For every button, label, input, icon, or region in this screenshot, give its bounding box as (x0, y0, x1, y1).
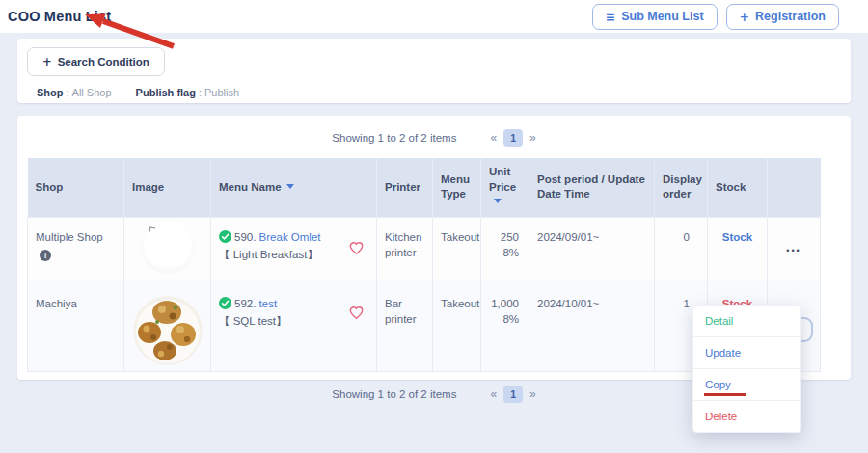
search-condition-button[interactable]: + Search Condition (27, 47, 165, 76)
cell-image (124, 217, 211, 280)
favorite-heart-icon[interactable] (348, 305, 365, 320)
cell-shop: Machiya (28, 280, 124, 371)
pagination-summary: Showing 1 to 2 of 2 items (332, 388, 456, 400)
copy-underline-annotation (704, 393, 746, 396)
menu-subtitle: 【 SQL test】 (219, 313, 343, 329)
registration-label: Registration (755, 10, 826, 24)
table-header-row: Shop Image Menu Name Printer Menu Type U… (28, 158, 821, 217)
cell-menu-name: 590. Break Omlet 【 Light Breakfast】 (211, 217, 377, 280)
plus-icon: + (740, 10, 749, 24)
cell-menu-type: Takeout (433, 280, 481, 371)
cell-display-order: 0 (655, 217, 708, 280)
tax-rate: 8% (489, 311, 519, 327)
pagination-next-button[interactable]: » (529, 387, 536, 401)
header-post-period: Post period / Update Date Time (529, 158, 655, 217)
header-image: Image (124, 158, 211, 217)
cell-menu-type: Takeout (433, 217, 481, 280)
sub-menu-list-label: Sub Menu List (621, 10, 703, 24)
sort-desc-icon[interactable] (494, 199, 502, 203)
cell-printer: Kitchen printer (377, 217, 433, 280)
price-value: 250 (489, 229, 519, 245)
cell-menu-name: 592. test 【 SQL test】 (211, 280, 377, 371)
header-shop: Shop (28, 158, 124, 217)
table-row: Multiple Shopi 590. Break Omlet 【 Light … (28, 217, 821, 280)
header-unit-price[interactable]: Unit Price (481, 158, 529, 217)
hamburger-icon: ≡ (606, 10, 615, 24)
top-bar: COO Menu List ≡ Sub Menu List + Registra… (0, 0, 868, 33)
cell-unit-price: 250 8% (481, 217, 529, 280)
cell-printer: Bar printer (377, 280, 433, 371)
menu-number: 592. (234, 298, 256, 309)
publish-flag-filter: Publish flag:Publish (136, 87, 239, 98)
cell-post-period: 2024/10/01~ (529, 280, 655, 371)
sort-desc-icon[interactable] (286, 184, 294, 189)
menu-item-update[interactable]: Update (693, 337, 800, 369)
menu-name-link[interactable]: Break Omlet (259, 231, 321, 243)
shop-filter: Shop:All Shop (37, 87, 112, 98)
publish-flag-label: Publish flag (136, 87, 196, 98)
active-filters: Shop:All Shop Publish flag:Publish (37, 87, 841, 98)
broken-image-icon (149, 226, 155, 232)
menu-item-copy[interactable]: Copy (693, 369, 800, 401)
info-icon[interactable]: i (40, 250, 51, 261)
shop-filter-label: Shop (37, 87, 64, 98)
pagination-page-1-button[interactable]: 1 (503, 129, 523, 147)
menu-photo (133, 296, 203, 365)
menu-number: 590. (234, 231, 256, 243)
pagination-page-1-button[interactable]: 1 (503, 386, 523, 403)
sub-menu-list-button[interactable]: ≡ Sub Menu List (592, 4, 718, 30)
menu-item-delete[interactable]: Delete (693, 401, 800, 432)
pagination-prev-button[interactable]: « (490, 387, 497, 401)
cell-actions: ••• (768, 217, 821, 280)
cell-stock: Stock (708, 217, 768, 280)
price-value: 1,000 (489, 296, 519, 311)
header-menu-name[interactable]: Menu Name (211, 158, 377, 217)
row-actions-button[interactable]: ••• (780, 242, 806, 259)
menu-photo-placeholder (141, 220, 195, 274)
cell-shop: Multiple Shopi (28, 217, 124, 280)
pagination-top: Showing 1 to 2 of 2 items « 1 » (27, 129, 841, 147)
row-action-menu: Detail Update Copy Delete (692, 305, 801, 433)
favorite-heart-icon[interactable] (348, 240, 365, 255)
registration-button[interactable]: + Registration (726, 4, 839, 30)
published-check-icon (219, 297, 231, 309)
header-display-order: Display order (655, 158, 708, 217)
publish-flag-value: Publish (204, 87, 239, 98)
menu-name-link[interactable]: test (259, 298, 278, 309)
header-stock: Stock (708, 158, 768, 217)
header-menu-type: Menu Type (433, 158, 481, 217)
menu-item-detail[interactable]: Detail (693, 306, 800, 337)
cell-unit-price: 1,000 8% (481, 280, 529, 371)
shop-filter-value: All Shop (72, 87, 112, 98)
published-check-icon (219, 230, 231, 243)
tax-rate: 8% (489, 245, 519, 260)
header-actions (768, 158, 821, 217)
pagination-summary: Showing 1 to 2 of 2 items (332, 132, 456, 144)
menu-subtitle: 【 Light Breakfast】 (219, 247, 343, 262)
search-condition-label: Search Condition (58, 56, 149, 67)
search-condition-card: + Search Condition Shop:All Shop Publish… (17, 39, 851, 103)
header-printer: Printer (377, 158, 433, 217)
cell-post-period: 2024/09/01~ (529, 217, 655, 280)
pagination-prev-button[interactable]: « (490, 131, 497, 145)
cell-image (124, 280, 211, 371)
pagination-next-button[interactable]: » (529, 131, 536, 145)
topbar-actions: ≡ Sub Menu List + Registration (592, 4, 839, 30)
stock-link[interactable]: Stock (722, 231, 752, 243)
plus-icon: + (42, 55, 52, 68)
page-title: COO Menu List (8, 9, 111, 24)
